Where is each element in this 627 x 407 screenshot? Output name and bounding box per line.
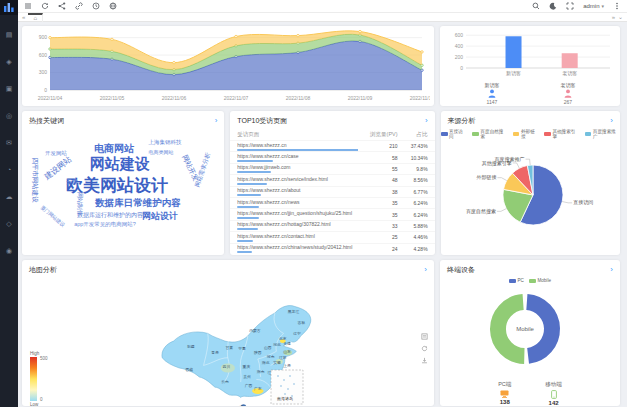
province-label[interactable]: 广西 (245, 383, 253, 388)
sidebar-item-monitor[interactable]: ◈ (6, 58, 11, 66)
sidebar-item-history[interactable]: ◔ (7, 166, 11, 174)
keyword[interactable]: 四平市网站建设 (30, 157, 39, 203)
province-label[interactable]: 内蒙古 (249, 328, 261, 333)
link-icon[interactable] (75, 2, 83, 10)
province-label[interactable]: 北京 (279, 336, 287, 341)
province-label[interactable]: 四川 (223, 364, 231, 369)
more-icon[interactable] (613, 2, 621, 10)
table-row[interactable]: https://www.jjinweb.com559.8% (230, 163, 434, 174)
tab-options-icon[interactable]: ⌄ (618, 13, 623, 22)
share-icon[interactable] (58, 2, 66, 10)
keyword[interactable]: 开发 (66, 178, 78, 187)
page-url[interactable]: https://www.shezzz.cn/case (237, 153, 357, 162)
table-row[interactable]: https://www.shezzz.cn/news356.24% (230, 197, 434, 208)
traffic-area-chart[interactable]: 03006009002022/11/042022/11/052022/11/06… (26, 27, 430, 106)
table-row[interactable]: https://www.shezzz.cn21037.43% (230, 140, 434, 151)
province-label[interactable]: 上海 (283, 363, 291, 368)
app-logo[interactable] (0, 0, 18, 15)
table-row[interactable]: https://www.shezzz.cn/jjin_question/shuj… (230, 208, 434, 219)
province-label[interactable]: 河北 (273, 342, 281, 347)
sidebar-item-messages[interactable]: ✉ (6, 139, 12, 147)
legend-item[interactable]: 外部链接 (513, 129, 539, 139)
sources-pie-chart[interactable]: 直接访问百度自然搜索外部链接其他搜索引擎百度搜索推广 (441, 139, 620, 253)
page-url[interactable]: https://www.shezzz.cn/service/index.html (237, 176, 357, 185)
keyword[interactable]: 开发网站 (45, 150, 67, 157)
keyword[interactable]: 网站制作 (75, 192, 84, 216)
page-url[interactable]: https://www.jjinweb.com (237, 164, 357, 173)
theme-icon[interactable] (549, 2, 557, 10)
keyword[interactable]: 上海集锦科技 (149, 139, 182, 146)
legend-item[interactable]: 其他搜索引擎 (544, 129, 580, 139)
province-label[interactable]: 新疆 (187, 344, 195, 349)
sidebar-item-analysis[interactable]: ◎ (6, 112, 12, 120)
china-map[interactable]: 新疆西藏青海甘肃内蒙古黑龙江吉林辽宁北京天津河北山西山东河南陕西宁夏四川重庆湖北… (22, 277, 434, 406)
search-icon[interactable] (532, 2, 540, 10)
keyword[interactable]: 电商网站 (94, 142, 134, 156)
legend-item[interactable]: 直接访问 (441, 129, 467, 139)
toolbox-dataview-icon[interactable] (421, 333, 428, 340)
province-label[interactable]: 河南 (267, 354, 275, 359)
province-label[interactable]: 黑龙江 (288, 309, 300, 314)
province-label[interactable]: 重庆 (243, 364, 251, 369)
province-label[interactable]: 云南 (221, 379, 229, 384)
panel-link-icon[interactable]: › (424, 267, 427, 273)
keyword[interactable]: 网站设计 (142, 210, 178, 223)
globe-icon[interactable] (109, 2, 117, 10)
page-url[interactable]: https://www.shezzz.cn/about (237, 187, 357, 196)
visitors-bar-chart[interactable]: 0200400600新访客老访客 (444, 28, 616, 78)
keyword[interactable]: 数据库日常维护内容 (95, 197, 181, 210)
keyword[interactable]: 数据库运行和维护的内容 (77, 211, 143, 220)
page-url[interactable]: https://www.shezzz.cn/contact.html (237, 233, 357, 242)
table-row[interactable]: https://www.shezzz.cn/service/index.html… (230, 174, 434, 185)
panel-link-icon[interactable]: › (425, 118, 428, 124)
province-label[interactable]: 辽宁 (293, 331, 301, 336)
user-menu[interactable]: admin ▾ (583, 3, 604, 9)
fullscreen-icon[interactable] (566, 2, 574, 10)
province-label[interactable]: 安徽 (273, 360, 281, 365)
province-label[interactable]: 山东 (283, 349, 291, 354)
toolbox-restore-icon[interactable] (421, 345, 428, 352)
province-label[interactable]: 贵州 (243, 374, 251, 379)
province-label[interactable]: 山西 (264, 345, 272, 350)
refresh-icon[interactable] (41, 2, 49, 10)
history-icon[interactable] (92, 2, 100, 10)
province-label[interactable]: 江苏 (279, 355, 287, 360)
legend-item[interactable]: 百度自然搜索 (472, 129, 508, 139)
keyword[interactable]: 网站建设 (90, 155, 150, 174)
table-row[interactable]: https://www.shezzz.cn/case5810.34% (230, 151, 434, 162)
page-url[interactable]: https://www.shezzz.cn (237, 142, 357, 151)
panel-link-icon[interactable]: › (610, 267, 613, 273)
keyword[interactable]: 厦门网站建设 (40, 204, 67, 228)
menu-icon[interactable] (24, 2, 32, 10)
page-url[interactable]: https://www.shezzz.cn/china/news/study/2… (237, 244, 357, 253)
province-label[interactable]: 陕西 (254, 350, 262, 355)
province-label[interactable]: 青海 (211, 350, 219, 355)
province-label[interactable]: 天津 (283, 341, 291, 346)
province-label[interactable]: 湖南 (257, 369, 265, 374)
sidebar-item-reports[interactable]: ▣ (6, 85, 13, 93)
table-row[interactable]: https://www.shezzz.cn/hottag/307822.html… (230, 220, 434, 231)
panel-link-icon[interactable]: › (215, 118, 218, 124)
tab-home[interactable]: ⌂ (28, 13, 43, 22)
province-label[interactable]: 吉林 (298, 320, 306, 325)
keyword[interactable]: app开发常见的电商网站? (74, 221, 136, 228)
province-label[interactable]: 甘肃 (225, 345, 233, 350)
province-label[interactable]: 湖北 (262, 360, 270, 365)
devices-donut-chart[interactable]: Mobile (440, 283, 620, 375)
sidebar-item-cloud[interactable]: ☁ (6, 193, 13, 201)
keyword[interactable]: 电商类网站 (149, 149, 174, 155)
table-row[interactable]: https://www.shezzz.cn/contact.html254.46… (230, 231, 434, 242)
panel-link-icon[interactable]: › (610, 118, 613, 124)
legend-item[interactable]: 百度搜索推广 (585, 129, 620, 139)
table-row[interactable]: https://www.shezzz.cn/about386.77% (230, 186, 434, 197)
province-label[interactable]: 西藏 (185, 367, 193, 372)
page-url[interactable]: https://www.shezzz.cn/news (237, 199, 357, 208)
scroll-tabs-left-icon[interactable]: « (22, 13, 25, 22)
sidebar-item-settings[interactable]: ◉ (6, 247, 12, 255)
table-row[interactable]: https://www.shezzz.cn/china/news/study/2… (230, 243, 434, 254)
sidebar-item-components[interactable]: ◇ (6, 220, 11, 228)
page-url[interactable]: https://www.shezzz.cn/hottag/307822.html (237, 221, 357, 230)
province-label[interactable]: 宁夏 (238, 346, 246, 351)
scroll-tabs-right-icon[interactable]: » (612, 13, 615, 22)
sidebar-item-dashboard[interactable]: ▤ (6, 31, 13, 39)
